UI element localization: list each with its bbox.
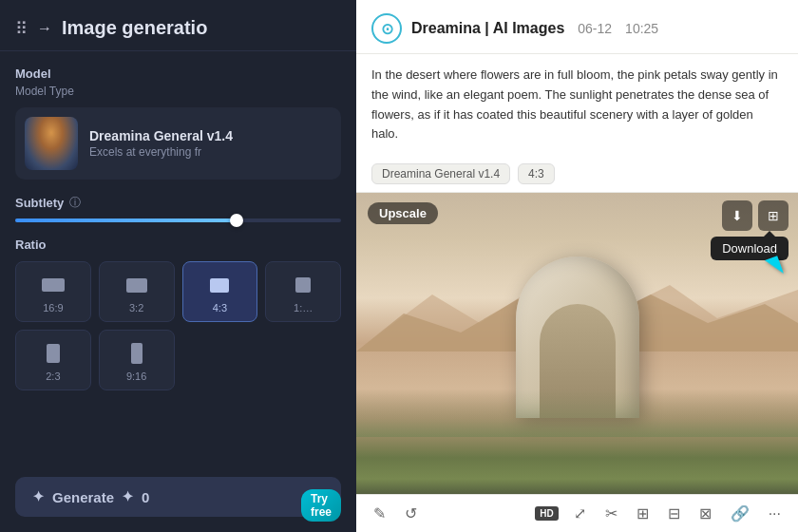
subtlety-slider[interactable] xyxy=(0,218,356,238)
subtlety-label: Subtlety xyxy=(15,196,64,210)
hd-badge: HD xyxy=(535,506,558,521)
description-text: In the desert where flowers are in full … xyxy=(371,66,783,144)
generate-button[interactable]: ✦ Generate ✦ 0 xyxy=(15,477,341,517)
slider-thumb xyxy=(230,214,243,227)
panel-title: Image generatio xyxy=(62,17,207,39)
fullscreen-button[interactable]: ⊞ xyxy=(758,200,788,231)
generate-icon: ✦ xyxy=(32,488,45,505)
ratio-btn-16-9[interactable]: 16:9 xyxy=(15,261,91,322)
description-box: In the desert where flowers are in full … xyxy=(356,54,798,156)
ratio-btn-1-1[interactable]: 1:… xyxy=(265,261,341,322)
generate-label: Generate xyxy=(52,489,114,505)
model-thumbnail xyxy=(25,117,78,170)
generate-bar: ✦ Generate ✦ 0 Try free xyxy=(15,477,341,517)
subtlety-row: Subtlety ⓘ xyxy=(0,195,356,211)
ratio-grid-row2: 2:3 9:16 xyxy=(0,322,356,390)
generate-cost: 0 xyxy=(142,489,149,505)
generate-icon2: ✦ xyxy=(122,488,134,505)
model-info: Dreamina General v1.4 Excels at everythi… xyxy=(89,128,332,159)
app-name: Dreamina | AI Images xyxy=(411,20,564,37)
slider-track xyxy=(15,218,341,222)
model-desc: Excels at everything fr xyxy=(89,145,332,159)
header-time: 10:25 xyxy=(625,21,658,36)
ratio-label: Ratio xyxy=(0,238,356,261)
transform-icon[interactable]: ⊠ xyxy=(695,503,715,524)
arrow-icon: → xyxy=(37,20,52,37)
header-date: 06-12 xyxy=(578,21,612,36)
ratio-label-2-3: 2:3 xyxy=(46,370,60,382)
flowers-bottom xyxy=(356,390,798,437)
tag-ratio: 4:3 xyxy=(518,163,555,184)
image-area: Upscale ⬇ ⊞ Download xyxy=(356,193,798,494)
left-panel: ⠿ → Image generatio Model Model Type Dre… xyxy=(0,0,356,532)
crop-icon[interactable]: ✂ xyxy=(601,503,621,524)
model-label: Model xyxy=(0,51,356,85)
ratio-btn-4-3[interactable]: 4:3 xyxy=(182,261,258,322)
model-name: Dreamina General v1.4 xyxy=(89,128,332,143)
hamburger-icon[interactable]: ⠿ xyxy=(15,18,28,39)
app-icon: ⊙ xyxy=(371,13,402,44)
info-icon: ⓘ xyxy=(69,195,81,211)
ratio-label-9-16: 9:16 xyxy=(126,370,146,382)
ratio-label-4-3: 4:3 xyxy=(213,302,227,314)
ratio-label-1-1: 1:… xyxy=(294,302,313,314)
right-header: ⊙ Dreamina | AI Images 06-12 10:25 xyxy=(356,0,798,54)
download-button[interactable]: ⬇ xyxy=(722,200,752,231)
edit-icon[interactable]: ✎ xyxy=(370,503,390,524)
ratio-label-3-2: 3:2 xyxy=(129,302,143,314)
bottom-toolbar: ✎ ↺ HD ⤢ ✂ ⊞ ⊟ ⊠ 🔗 ··· xyxy=(356,494,798,532)
upscale-icon[interactable]: ⤢ xyxy=(570,503,590,524)
ratio-grid-row1: 16:9 3:2 4:3 1:… xyxy=(0,261,356,322)
try-free-badge[interactable]: Try free xyxy=(301,489,341,522)
left-header: ⠿ → Image generatio xyxy=(0,0,356,51)
refresh-icon[interactable]: ↺ xyxy=(401,503,421,524)
link-icon[interactable]: 🔗 xyxy=(727,503,753,524)
tag-model: Dreamina General v1.4 xyxy=(371,163,510,184)
compress-icon[interactable]: ⊟ xyxy=(664,503,684,524)
model-sublabel: Model Type xyxy=(0,85,356,107)
model-card[interactable]: Dreamina General v1.4 Excels at everythi… xyxy=(15,107,341,180)
ratio-btn-2-3[interactable]: 2:3 xyxy=(15,330,91,390)
more-icon[interactable]: ··· xyxy=(765,504,785,524)
upscale-badge[interactable]: Upscale xyxy=(368,202,438,224)
ratio-btn-9-16[interactable]: 9:16 xyxy=(99,330,175,390)
image-actions-top: ⬇ ⊞ xyxy=(722,200,788,231)
slider-fill xyxy=(15,218,237,222)
ratio-btn-3-2[interactable]: 3:2 xyxy=(99,261,175,322)
expand-icon[interactable]: ⊞ xyxy=(633,503,653,524)
tags-row: Dreamina General v1.4 4:3 xyxy=(356,156,798,193)
ratio-label-16-9: 16:9 xyxy=(43,302,63,314)
right-panel: ⊙ Dreamina | AI Images 06-12 10:25 In th… xyxy=(356,0,798,532)
